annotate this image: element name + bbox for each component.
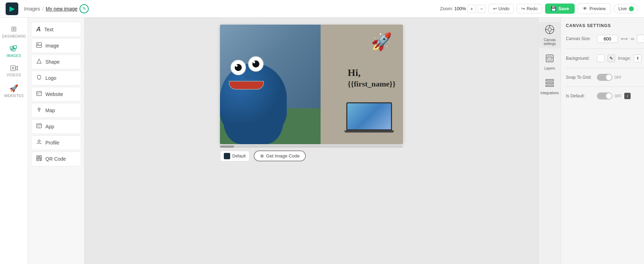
shape-tool-icon [36, 58, 42, 65]
sidenav-item-websites[interactable]: 🚀 Websites [2, 81, 26, 101]
breadcrumb-current[interactable]: My new image [46, 6, 77, 12]
tool-text[interactable]: A Text [31, 22, 81, 37]
layers-icon [545, 53, 555, 65]
svg-rect-17 [39, 125, 41, 126]
save-button[interactable]: 💾 Save [545, 4, 575, 14]
topbar-right: Zoom: 100% + − ↩ Undo ↪ Redo 💾 Save 👁 Pr… [440, 3, 638, 14]
videos-icon [10, 65, 18, 72]
integrations-label: Integrations [541, 91, 559, 95]
tool-shape[interactable]: Shape [31, 54, 81, 69]
zoom-in-button[interactable]: + [467, 5, 476, 13]
tool-profile[interactable]: Profile [31, 135, 81, 150]
app-tool-label: App [45, 124, 54, 129]
canvas-settings-title: CANVAS SETTINGS [566, 23, 644, 28]
app-logo: ▶ [6, 2, 18, 15]
topbar: ▶ Images / My new image ✎ Zoom: 100% + −… [0, 0, 644, 18]
is-default-toggle[interactable] [597, 92, 612, 99]
tool-map[interactable]: Map [31, 103, 81, 118]
zoom-value: 100% [454, 6, 466, 11]
image-label: Image: [618, 56, 631, 61]
canvas-character-area [220, 25, 315, 144]
sidenav-item-videos[interactable]: Videos [2, 62, 26, 80]
layers-label: Layers [544, 66, 555, 70]
tool-logo[interactable]: Logo [31, 71, 81, 85]
zoom-section: Zoom: 100% + − [440, 5, 486, 13]
link-icon: ∞ [631, 36, 634, 41]
shape-tool-label: Shape [45, 59, 59, 65]
get-code-label: Get Image Code [266, 153, 299, 159]
undo-icon: ↩ [493, 6, 497, 11]
app-tool-icon [36, 123, 42, 130]
background-edit-button[interactable]: ✎ [607, 54, 615, 62]
text-tool-label: Text [44, 27, 53, 32]
is-default-label: Is Default: [566, 94, 594, 98]
undo-button[interactable]: ↩ Undo [488, 4, 514, 13]
svg-rect-24 [40, 156, 41, 157]
svg-rect-11 [37, 94, 39, 95]
canvas-laptop [346, 102, 392, 132]
background-image-upload[interactable]: ⬆ [634, 54, 642, 62]
tools-panel: A Text Image Shape Logo Website [28, 18, 84, 264]
svg-rect-3 [11, 66, 15, 71]
breadcrumb-separator: / [42, 6, 44, 12]
map-tool-icon [36, 107, 42, 114]
right-settings-panel: CANVAS SETTINGS Canvas Size: ⟺ ∞ ▲ ▼ Bac… [561, 18, 644, 264]
sidenav-item-dashboard[interactable]: ⊞ Dashboard [2, 22, 26, 41]
svg-rect-42 [546, 85, 554, 86]
sidenav-item-images[interactable]: Images [2, 43, 26, 60]
canvas-text-line2: {{first_name}} [348, 79, 396, 89]
website-tool-icon [36, 91, 42, 98]
laptop-screen [346, 102, 392, 130]
image-tool-label: Image [45, 43, 59, 49]
canvas-bottom-bar: Default ⊛ Get Image Code [220, 150, 403, 161]
image-tool-icon [36, 42, 42, 49]
tool-app[interactable]: App [31, 119, 81, 134]
right-icon-integrations[interactable]: Integrations [539, 75, 561, 98]
tool-website[interactable]: Website [31, 87, 81, 102]
right-icon-canvas-settings[interactable]: Canvas settings [539, 22, 561, 49]
canvas-height-input[interactable] [637, 35, 644, 43]
resize-arrows-icon: ⟺ [621, 36, 628, 41]
svg-rect-25 [37, 159, 38, 160]
svg-point-5 [12, 67, 14, 69]
tool-qrcode[interactable]: QR Code [31, 152, 81, 166]
sidenav-label-videos: Videos [7, 73, 21, 77]
text-tool-icon: A [36, 26, 41, 33]
redo-button[interactable]: ↪ Redo [517, 4, 542, 13]
right-icons-column: Canvas settings Layers [539, 18, 561, 264]
website-tool-label: Website [45, 91, 63, 97]
canvas-horizontal-scrollbar[interactable] [220, 146, 403, 148]
snap-to-grid-toggle[interactable] [597, 74, 612, 81]
main-layout: ⊞ Dashboard Images Videos [0, 18, 644, 264]
dashboard-icon: ⊞ [11, 25, 17, 33]
is-default-toggle-wrap: OFF [597, 92, 621, 99]
canvas-width-input[interactable] [597, 35, 618, 43]
live-button[interactable]: Live [614, 4, 638, 13]
svg-marker-8 [37, 59, 41, 63]
breadcrumb-parent[interactable]: Images [24, 6, 40, 12]
zoom-out-button[interactable]: − [477, 5, 486, 13]
zoom-label: Zoom: [440, 6, 453, 11]
websites-icon: 🚀 [10, 84, 18, 92]
preview-button[interactable]: 👁 Preview [577, 3, 611, 14]
svg-rect-18 [39, 127, 40, 127]
canvas-size-label: Canvas Size: [566, 36, 594, 41]
settings-divider-3 [566, 86, 644, 87]
background-label: Background: [566, 56, 594, 61]
canvas-rocket: 🚀 [371, 31, 392, 52]
right-icon-layers[interactable]: Layers [539, 51, 561, 73]
live-indicator [629, 6, 634, 11]
get-image-code-button[interactable]: ⊛ Get Image Code [254, 150, 306, 161]
toggle-knob [606, 75, 612, 80]
background-color-picker[interactable] [597, 54, 605, 62]
canvas-area[interactable]: Hi, {{first_name}} 🚀 [84, 18, 538, 264]
qrcode-tool-label: QR Code [45, 156, 66, 162]
svg-point-13 [39, 109, 39, 109]
cookie-monster [220, 53, 287, 144]
edit-name-button[interactable]: ✎ [80, 4, 89, 13]
canvas[interactable]: Hi, {{first_name}} 🚀 [220, 25, 403, 144]
default-variant-button[interactable]: Default [220, 151, 250, 161]
default-variant-icon [224, 153, 230, 159]
tool-image[interactable]: Image [31, 38, 81, 53]
profile-tool-label: Profile [45, 140, 59, 146]
